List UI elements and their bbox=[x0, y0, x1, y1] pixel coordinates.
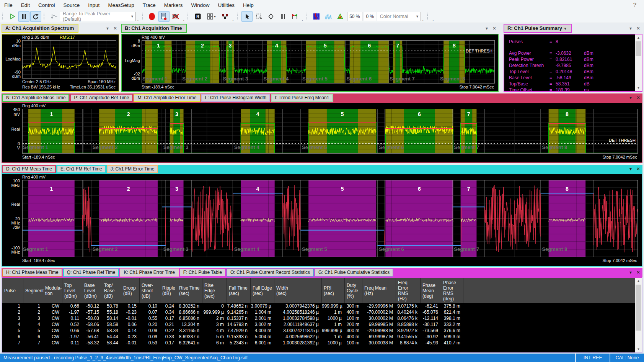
range-dropdown[interactable]: Range To Peak Power (Default)▼ bbox=[60, 12, 136, 21]
col-header[interactable]: Top/ Base (dB) bbox=[102, 278, 121, 303]
col-header[interactable]: PRI (sec) bbox=[322, 278, 345, 303]
marker-diamond-button[interactable] bbox=[265, 11, 276, 22]
band-markers-button[interactable] bbox=[277, 11, 288, 22]
col-header[interactable]: Over- shoot (dB) bbox=[140, 278, 160, 303]
col-header[interactable]: Phase Error RMS (deg) bbox=[441, 278, 463, 303]
play-button[interactable] bbox=[7, 11, 18, 22]
col-header[interactable]: Modula- tion bbox=[43, 278, 62, 303]
col-header[interactable]: Rise Time (sec) bbox=[177, 278, 202, 303]
window-title-tab[interactable]: R: Ch1 Pulse Summary ▼ bbox=[504, 24, 572, 33]
minimize-icon[interactable]: ▾ bbox=[629, 167, 632, 171]
threshold-percent-box[interactable]: 0 % bbox=[364, 12, 376, 21]
minimize-icon[interactable]: ▾ bbox=[629, 95, 632, 100]
tab-o[interactable]: O: Ch1 Pulse Current Record Statistics bbox=[227, 269, 314, 277]
table-row[interactable]: 66CW-1.97-56.4154.44-0.230.090.338.69337… bbox=[2, 334, 635, 340]
tab-j[interactable]: J: Ch1 FM Error Time bbox=[107, 165, 158, 173]
close-icon[interactable]: ✕ bbox=[636, 270, 640, 275]
tab-l[interactable]: L: Ch1 Pulse Histogram Width bbox=[201, 94, 271, 102]
waterfall-button[interactable] bbox=[323, 11, 334, 22]
overflow-chevron-icon[interactable]: ⌄ bbox=[232, 18, 234, 23]
minimize-icon[interactable]: ▾ bbox=[629, 270, 632, 275]
table-row[interactable]: 33CW0.11-58.0358.14-0.010.550.176.85086 … bbox=[2, 315, 635, 321]
table-row[interactable]: 22CW-1.97-57.1555.18-0.230.070.348.66666… bbox=[2, 309, 635, 315]
tab-p[interactable]: P: Ch1 Amplitude Ref Time bbox=[70, 94, 133, 102]
recall-trace-button[interactable]: R bbox=[192, 11, 203, 22]
no-capture-icon[interactable] bbox=[170, 11, 181, 22]
help-icon[interactable]: ? bbox=[633, 1, 636, 8]
spectrum-plot[interactable] bbox=[22, 40, 116, 79]
layout-grid-button[interactable]: ▾ bbox=[204, 11, 218, 22]
tab-m[interactable]: M: Ch1 Amplitude Error Time bbox=[134, 94, 200, 102]
amplitude-plot[interactable]: Segment 11Segment 22Segment 33Segment 44… bbox=[22, 109, 638, 154]
table-scrollbar[interactable]: ▲ ▼ bbox=[635, 278, 642, 352]
menu-control[interactable]: Control bbox=[34, 0, 59, 10]
scrollbar-thumb[interactable] bbox=[636, 285, 641, 331]
tab-k[interactable]: K: Ch1 Phase Error Time bbox=[120, 269, 178, 277]
summary-scrollbar[interactable]: ▲ ▼ bbox=[635, 34, 642, 91]
pause-button[interactable] bbox=[18, 11, 29, 22]
scrollbar-thumb[interactable] bbox=[636, 41, 641, 56]
zoom-select-tool-button[interactable] bbox=[253, 11, 264, 22]
tab-q[interactable]: Q: Ch1 Phase Ref Time bbox=[63, 269, 119, 277]
recording-file-button[interactable] bbox=[158, 11, 170, 22]
overflow-chevron-icon[interactable]: ⌄ bbox=[432, 18, 435, 23]
tab-f[interactable]: F: Ch1 Pulse Table bbox=[179, 269, 226, 277]
col-header[interactable]: Phase Mean (deg) bbox=[421, 278, 441, 303]
tab-d[interactable]: D: Ch1 FM Meas Time bbox=[2, 165, 56, 173]
close-icon[interactable]: ✕ bbox=[492, 26, 496, 31]
menu-utilities[interactable]: Utilities bbox=[214, 0, 239, 10]
menu-help[interactable]: Help bbox=[239, 0, 258, 10]
close-icon[interactable]: ✕ bbox=[636, 167, 640, 171]
scroll-up-icon[interactable]: ▲ bbox=[635, 278, 642, 284]
minimize-icon[interactable]: ▾ bbox=[106, 26, 109, 31]
overflow-chevron-icon[interactable]: ⌄ bbox=[137, 18, 139, 23]
col-header[interactable]: Base Level (dBm) bbox=[82, 278, 102, 303]
col-header[interactable]: Width (sec) bbox=[274, 278, 322, 303]
autorange-icon[interactable] bbox=[48, 11, 59, 22]
scroll-up-icon[interactable]: ▲ bbox=[635, 34, 642, 41]
record-button[interactable] bbox=[147, 11, 158, 22]
col-header[interactable]: Fall Time (sec) bbox=[227, 278, 251, 303]
col-header[interactable]: Freq Error RMS (Hz) bbox=[396, 278, 421, 303]
overflow-chevron-icon[interactable]: ⌄ bbox=[183, 18, 185, 23]
pulse-table[interactable]: PulseSegmentModula- tionTop Level (dBm)B… bbox=[2, 278, 635, 352]
tab-e[interactable]: E: Ch1 FM Ref Time bbox=[57, 165, 106, 173]
menu-input[interactable]: Input bbox=[84, 0, 104, 10]
close-icon[interactable]: ✕ bbox=[113, 26, 117, 31]
menu-meassetup[interactable]: MeasSetup bbox=[104, 0, 138, 10]
pointer-tool-button[interactable] bbox=[241, 11, 253, 22]
overflow-chevron-icon[interactable]: ⌄ bbox=[301, 18, 304, 23]
scroll-down-icon[interactable]: ▼ bbox=[635, 346, 642, 352]
menu-markers[interactable]: Markers bbox=[160, 0, 187, 10]
color-mode-dropdown[interactable]: Color Normal▼ bbox=[377, 12, 421, 21]
table-row[interactable]: 77CW0.11-58.3258.44-0.010.530.176.32641 … bbox=[2, 340, 635, 346]
spectrogram-button[interactable] bbox=[311, 11, 322, 22]
col-header[interactable]: Top Level (dBm) bbox=[62, 278, 82, 303]
minimize-icon[interactable]: ▾ bbox=[486, 26, 488, 31]
calibration-status[interactable]: CAL: None bbox=[610, 355, 644, 360]
tab-i[interactable]: I: Trend Pulse Freq Mean1 bbox=[271, 94, 333, 102]
scroll-down-icon[interactable]: ▼ bbox=[635, 85, 642, 91]
col-header[interactable]: Rise Edge (sec) bbox=[202, 278, 227, 303]
table-row[interactable]: 55CW0.66-57.6858.340.140.090.228.31165 n… bbox=[2, 328, 635, 334]
window-title-tab[interactable]: B: Ch1 Acquisition Time bbox=[121, 24, 187, 33]
table-row[interactable]: 44CW0.52-58.0658.580.060.200.2113.304 n3… bbox=[2, 321, 635, 328]
menu-file[interactable]: File bbox=[0, 0, 17, 10]
acq-time-plot[interactable]: Segment 11Segment 22Segment 33Segment 44… bbox=[142, 40, 495, 84]
col-header[interactable]: Freq Mean (Hz) bbox=[362, 278, 396, 303]
col-header[interactable]: Droop (dB) bbox=[121, 278, 140, 303]
fm-plot[interactable]: Segment 11Segment 22Segment 33Segment 44… bbox=[22, 180, 638, 257]
tab-g[interactable]: G: Ch1 Pulse Cumulative Statistics bbox=[315, 269, 393, 277]
window-title-tab[interactable]: A: Ch1 Acquisition Spectrum bbox=[2, 24, 78, 33]
transparency-percent-box[interactable]: 50 % bbox=[347, 12, 362, 21]
menu-trace[interactable]: Trace bbox=[139, 0, 160, 10]
tab-h[interactable]: H: Ch1 Phase Meas Time bbox=[2, 269, 62, 277]
reference-status[interactable]: INT REF bbox=[576, 355, 610, 360]
col-header[interactable]: Segment bbox=[23, 278, 43, 303]
col-header[interactable]: Duty Cycle (%) bbox=[345, 278, 362, 303]
overflow-chevron-icon[interactable]: ⌄ bbox=[422, 18, 424, 23]
restart-button[interactable] bbox=[30, 11, 41, 22]
menu-source[interactable]: Source bbox=[59, 0, 84, 10]
col-header[interactable]: Fall Edge (sec) bbox=[251, 278, 274, 303]
menu-edit[interactable]: Edit bbox=[17, 0, 34, 10]
